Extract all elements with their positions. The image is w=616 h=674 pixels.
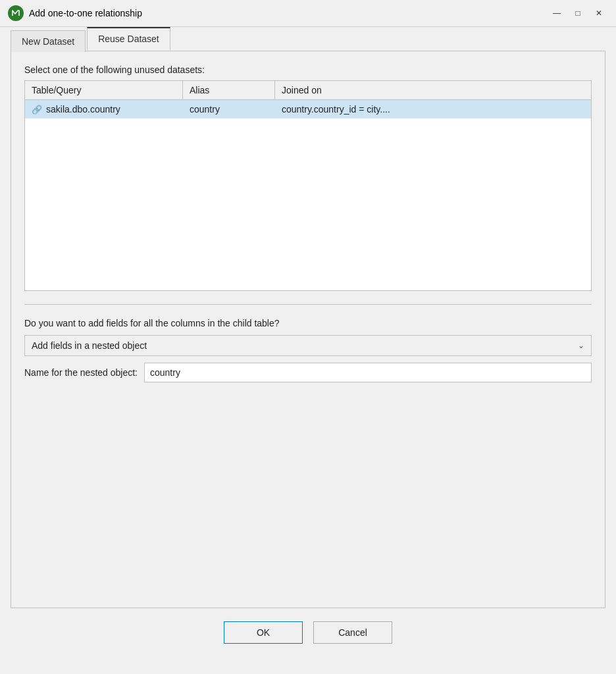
child-table-question: Do you want to add fields for all the co… [24,318,592,328]
close-button[interactable]: ✕ [590,6,608,20]
window: Add one-to-one relationship — □ ✕ New Da… [0,0,616,674]
dataset-table: Table/Query Alias Joined on 🔗 sakila.dbo… [24,80,592,291]
cell-alias: country [183,100,275,118]
main-panel: Select one of the following unused datas… [11,51,605,608]
instruction-text: Select one of the following unused datas… [24,65,592,291]
ok-button[interactable]: OK [224,621,303,644]
footer: OK Cancel [11,608,605,663]
column-header-table-query: Table/Query [25,81,183,99]
table-row[interactable]: 🔗 sakila.dbo.country country country.cou… [25,100,591,118]
title-bar-controls: — □ ✕ [548,6,608,20]
minimize-button[interactable]: — [548,6,566,20]
column-header-alias: Alias [183,81,275,99]
tab-reuse-dataset[interactable]: Reuse Dataset [87,27,170,51]
nested-object-label: Name for the nested object: [24,367,138,378]
app-icon [8,5,24,21]
cancel-button[interactable]: Cancel [313,621,392,644]
dropdown-arrow-icon: ⌄ [578,341,584,350]
title-bar-left: Add one-to-one relationship [8,5,142,21]
nested-object-row: Name for the nested object: [24,363,592,382]
title-bar: Add one-to-one relationship — □ ✕ [0,0,616,27]
table-header: Table/Query Alias Joined on [25,81,591,100]
tab-bar: New Dataset Reuse Dataset [11,27,605,51]
fields-dropdown[interactable]: Add fields in a nested object ⌄ [24,335,592,356]
maximize-button[interactable]: □ [569,6,587,20]
window-title: Add one-to-one relationship [29,8,142,18]
link-icon: 🔗 [32,105,42,115]
dialog-content: New Dataset Reuse Dataset Select one of … [0,27,616,674]
cell-joined-on: country.country_id = city.... [275,100,591,118]
cell-table-query: 🔗 sakila.dbo.country [25,100,183,118]
nested-object-input[interactable] [144,363,592,382]
lower-section: Do you want to add fields for all the co… [24,318,592,382]
dropdown-value: Add fields in a nested object [32,340,147,351]
column-header-joined-on: Joined on [275,81,591,99]
tab-new-dataset[interactable]: New Dataset [11,30,86,52]
section-divider [24,304,592,305]
app-logo-icon [10,7,22,19]
